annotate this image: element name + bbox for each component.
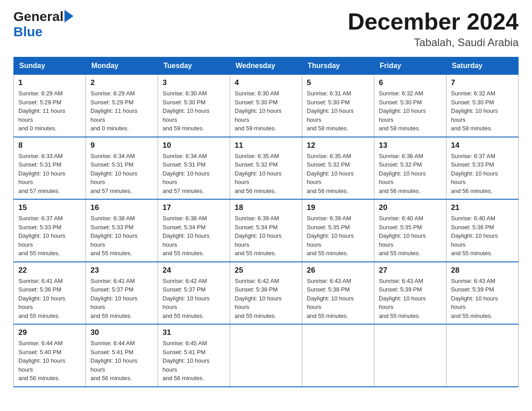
day-number: 25 [235,266,297,275]
day-info: Sunrise: 6:41 AMSunset: 5:36 PMDaylight:… [18,277,81,321]
logo: General Blue [13,9,74,39]
day-number: 11 [235,141,297,150]
calendar-cell: 25 Sunrise: 6:42 AMSunset: 5:38 PMDaylig… [230,262,302,325]
day-info: Sunrise: 6:39 AMSunset: 5:34 PMDaylight:… [235,214,297,258]
calendar-cell: 9 Sunrise: 6:34 AMSunset: 5:31 PMDayligh… [86,137,158,200]
calendar-cell: 2 Sunrise: 6:29 AMSunset: 5:29 PMDayligh… [86,75,158,137]
title-block: December 2024 Tabalah, Saudi Arabia [348,9,519,49]
calendar-cell: 18 Sunrise: 6:39 AMSunset: 5:34 PMDaylig… [230,199,302,262]
day-number: 23 [90,266,153,275]
calendar-cell [230,324,302,387]
calendar-cell: 19 Sunrise: 6:39 AMSunset: 5:35 PMDaylig… [302,199,374,262]
page-title: December 2024 [348,9,519,34]
calendar-cell: 5 Sunrise: 6:31 AMSunset: 5:30 PMDayligh… [302,75,374,137]
day-info: Sunrise: 6:36 AMSunset: 5:32 PMDaylight:… [379,152,442,196]
day-info: Sunrise: 6:37 AMSunset: 5:33 PMDaylight:… [18,214,81,258]
calendar-cell: 13 Sunrise: 6:36 AMSunset: 5:32 PMDaylig… [374,137,446,200]
day-number: 14 [451,141,514,150]
day-info: Sunrise: 6:30 AMSunset: 5:30 PMDaylight:… [163,89,225,133]
calendar-cell: 10 Sunrise: 6:34 AMSunset: 5:31 PMDaylig… [158,137,230,200]
svg-marker-0 [64,10,73,22]
day-info: Sunrise: 6:42 AMSunset: 5:37 PMDaylight:… [163,277,225,321]
calendar-header-row: SundayMondayTuesdayWednesdayThursdayFrid… [14,57,519,75]
day-number: 16 [90,203,153,212]
day-number: 24 [163,266,225,275]
day-info: Sunrise: 6:40 AMSunset: 5:36 PMDaylight:… [451,214,514,258]
day-info: Sunrise: 6:38 AMSunset: 5:33 PMDaylight:… [90,214,153,258]
calendar-cell: 3 Sunrise: 6:30 AMSunset: 5:30 PMDayligh… [158,75,230,137]
calendar-week-row: 1 Sunrise: 6:29 AMSunset: 5:29 PMDayligh… [14,75,519,137]
calendar-cell: 6 Sunrise: 6:32 AMSunset: 5:30 PMDayligh… [374,75,446,137]
day-number: 1 [18,78,81,87]
day-info: Sunrise: 6:44 AMSunset: 5:40 PMDaylight:… [18,339,81,383]
calendar-week-row: 15 Sunrise: 6:37 AMSunset: 5:33 PMDaylig… [14,199,519,262]
day-info: Sunrise: 6:34 AMSunset: 5:31 PMDaylight:… [90,152,153,196]
day-number: 28 [451,266,514,275]
day-info: Sunrise: 6:34 AMSunset: 5:31 PMDaylight:… [163,152,225,196]
calendar-week-row: 8 Sunrise: 6:33 AMSunset: 5:31 PMDayligh… [14,137,519,200]
calendar-week-row: 29 Sunrise: 6:44 AMSunset: 5:40 PMDaylig… [14,324,519,387]
day-info: Sunrise: 6:32 AMSunset: 5:30 PMDaylight:… [451,89,514,133]
day-info: Sunrise: 6:41 AMSunset: 5:37 PMDaylight:… [90,277,153,321]
day-number: 29 [18,328,81,337]
calendar-cell: 27 Sunrise: 6:43 AMSunset: 5:39 PMDaylig… [374,262,446,325]
header-saturday: Saturday [446,57,519,75]
calendar-cell: 14 Sunrise: 6:37 AMSunset: 5:33 PMDaylig… [446,137,519,200]
day-number: 18 [235,203,297,212]
calendar-cell: 17 Sunrise: 6:38 AMSunset: 5:34 PMDaylig… [158,199,230,262]
day-number: 31 [163,328,225,337]
day-number: 7 [451,78,514,87]
logo-general: General [13,9,64,24]
logo-arrow-icon [64,10,73,23]
day-info: Sunrise: 6:43 AMSunset: 5:38 PMDaylight:… [307,277,369,321]
day-number: 22 [18,266,81,275]
calendar-cell: 4 Sunrise: 6:30 AMSunset: 5:30 PMDayligh… [230,75,302,137]
header-wednesday: Wednesday [230,57,302,75]
header-tuesday: Tuesday [158,57,230,75]
day-info: Sunrise: 6:45 AMSunset: 5:41 PMDaylight:… [163,339,225,383]
logo-blue: Blue [13,24,43,39]
calendar-cell: 15 Sunrise: 6:37 AMSunset: 5:33 PMDaylig… [14,199,86,262]
calendar-cell: 1 Sunrise: 6:29 AMSunset: 5:29 PMDayligh… [14,75,86,137]
day-number: 8 [18,141,81,150]
day-info: Sunrise: 6:33 AMSunset: 5:31 PMDaylight:… [18,152,81,196]
day-info: Sunrise: 6:29 AMSunset: 5:29 PMDaylight:… [90,89,153,133]
calendar-cell [302,324,374,387]
day-info: Sunrise: 6:37 AMSunset: 5:33 PMDaylight:… [451,152,514,196]
calendar-cell [374,324,446,387]
calendar-cell: 28 Sunrise: 6:43 AMSunset: 5:39 PMDaylig… [446,262,519,325]
day-number: 9 [90,141,153,150]
calendar-cell: 29 Sunrise: 6:44 AMSunset: 5:40 PMDaylig… [14,324,86,387]
day-info: Sunrise: 6:40 AMSunset: 5:35 PMDaylight:… [379,214,442,258]
day-number: 17 [163,203,225,212]
calendar-table: SundayMondayTuesdayWednesdayThursdayFrid… [13,57,519,387]
day-number: 5 [307,78,369,87]
day-number: 4 [235,78,297,87]
header-sunday: Sunday [14,57,86,75]
day-number: 12 [307,141,369,150]
calendar-week-row: 22 Sunrise: 6:41 AMSunset: 5:36 PMDaylig… [14,262,519,325]
calendar-cell: 30 Sunrise: 6:44 AMSunset: 5:41 PMDaylig… [86,324,158,387]
calendar-cell: 11 Sunrise: 6:35 AMSunset: 5:32 PMDaylig… [230,137,302,200]
calendar-cell: 26 Sunrise: 6:43 AMSunset: 5:38 PMDaylig… [302,262,374,325]
calendar-cell: 31 Sunrise: 6:45 AMSunset: 5:41 PMDaylig… [158,324,230,387]
day-info: Sunrise: 6:43 AMSunset: 5:39 PMDaylight:… [451,277,514,321]
calendar-cell: 21 Sunrise: 6:40 AMSunset: 5:36 PMDaylig… [446,199,519,262]
page-header: General Blue December 2024 Tabalah, Saud… [13,9,519,49]
header-thursday: Thursday [302,57,374,75]
calendar-cell [446,324,519,387]
day-number: 2 [90,78,153,87]
header-friday: Friday [374,57,446,75]
day-info: Sunrise: 6:43 AMSunset: 5:39 PMDaylight:… [379,277,442,321]
calendar-cell: 20 Sunrise: 6:40 AMSunset: 5:35 PMDaylig… [374,199,446,262]
day-info: Sunrise: 6:31 AMSunset: 5:30 PMDaylight:… [307,89,369,133]
day-info: Sunrise: 6:44 AMSunset: 5:41 PMDaylight:… [90,339,153,383]
day-number: 10 [163,141,225,150]
day-info: Sunrise: 6:35 AMSunset: 5:32 PMDaylight:… [307,152,369,196]
day-number: 13 [379,141,442,150]
header-monday: Monday [86,57,158,75]
calendar-cell: 16 Sunrise: 6:38 AMSunset: 5:33 PMDaylig… [86,199,158,262]
day-number: 27 [379,266,442,275]
day-number: 20 [379,203,442,212]
calendar-cell: 24 Sunrise: 6:42 AMSunset: 5:37 PMDaylig… [158,262,230,325]
